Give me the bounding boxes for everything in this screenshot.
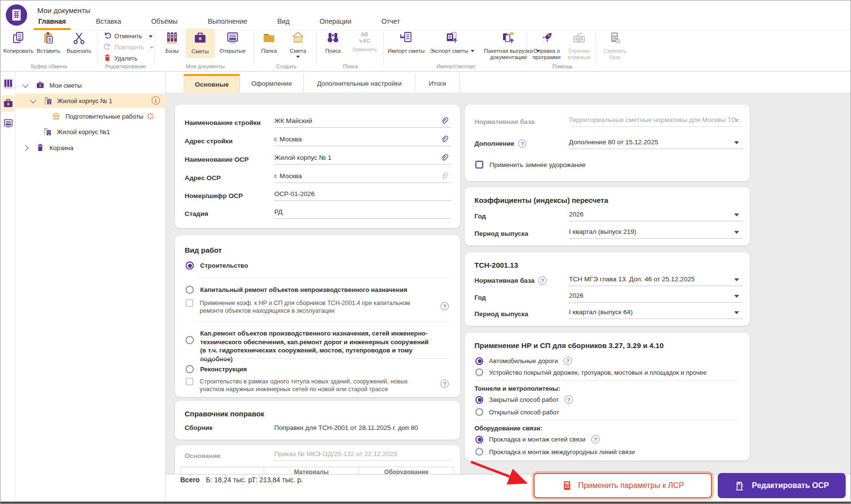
rail-bases-icon[interactable] — [2, 78, 14, 90]
estimates-button[interactable]: Сметы — [186, 29, 215, 58]
tree-item-residential-block-1b[interactable]: Жилой корпус №1 — [16, 124, 166, 139]
batch-export-button[interactable]: Пакетная выгрузка документации — [477, 31, 539, 61]
coeff-period-select[interactable]: I квартал (выпуск 219) — [569, 228, 743, 239]
ribbon-tab-glavnaya[interactable]: Главная — [37, 16, 67, 30]
osr-address-field[interactable]: г. Москва — [274, 172, 451, 183]
paste-button[interactable]: Вставить — [34, 31, 63, 54]
ribbon-tab-otchet[interactable]: Отчет — [380, 16, 401, 30]
ribbon-separator — [155, 31, 155, 66]
tsn-year-select[interactable]: 2026 — [569, 292, 743, 303]
chevron-down-icon[interactable] — [734, 141, 739, 144]
bases-button[interactable]: Базы — [159, 31, 185, 54]
search-button[interactable]: Поиск — [320, 31, 346, 54]
help-icon[interactable]: ? — [565, 396, 573, 404]
import-estimate-button[interactable]: Импорт сметы — [385, 31, 427, 54]
folder-button[interactable]: Папка — [256, 31, 282, 54]
group-label-impexp: Импорт/экспорт — [415, 63, 497, 69]
tree-item-preparatory-works[interactable]: Подготовительные работы — [16, 109, 166, 123]
chevron-down-icon[interactable] — [734, 278, 739, 281]
tree-item-trash[interactable]: Корзина — [16, 140, 166, 155]
roads-option-auto[interactable]: Автомобильные дороги ? — [475, 357, 740, 365]
info-icon[interactable]: i — [152, 96, 160, 105]
construction-address-field[interactable]: г. Москва — [274, 136, 451, 146]
radio-icon[interactable] — [475, 408, 483, 416]
work-type-option-capital-repair[interactable]: Капитальный ремонт объектов непроизводст… — [186, 286, 450, 294]
radio-icon[interactable] — [475, 448, 483, 456]
export-dropdown-caret[interactable] — [471, 50, 474, 52]
chevron-down-icon[interactable] — [22, 81, 29, 88]
comms-option-longdistance[interactable]: Прокладка и монтаж междугородных линий с… — [475, 448, 740, 456]
normative-base-select: Территориальные сметные нормативы для Мо… — [569, 116, 743, 127]
osr-number-field[interactable]: ОСР-01-2026 — [274, 190, 451, 201]
radio-selected-icon[interactable] — [475, 357, 483, 365]
radio-icon[interactable] — [186, 365, 194, 373]
winter-costs-checkbox-row[interactable]: Применить зимнее удорожание — [475, 161, 740, 168]
osr-name-field[interactable]: Жилой корпус № 1 — [274, 154, 451, 165]
tsn-base-select[interactable]: ТСН МГЭ глава 13. Доп. 46 от 25.12.2025 — [569, 275, 743, 286]
delete-button[interactable]: Удалить — [103, 54, 138, 63]
undo-dropdown-caret[interactable] — [149, 35, 153, 38]
radio-selected-icon[interactable] — [186, 261, 194, 270]
folder-icon — [262, 31, 276, 46]
undo-button[interactable]: Отменить — [103, 31, 153, 41]
paperclip-icon[interactable] — [441, 136, 448, 143]
construction-name-field[interactable]: ЖК Майский — [274, 117, 451, 128]
ribbon-tab-obyomy[interactable]: Объёмы — [150, 16, 179, 30]
in-progress-icon — [146, 112, 154, 120]
coeff-year-select[interactable]: 2026 — [569, 211, 743, 221]
tab-oformlenie[interactable]: Оформление — [240, 74, 304, 92]
ribbon-tab-vstavka[interactable]: Вставка — [95, 16, 122, 30]
export-estimate-button[interactable]: Экспорт сметы — [429, 31, 475, 54]
supplement-select[interactable]: Дополнение 80 от 15.12.2025 — [569, 138, 743, 149]
help-icon[interactable]: ? — [564, 357, 572, 365]
tab-dop-nastroyki[interactable]: Дополнительные настройки — [304, 74, 415, 92]
radio-icon[interactable] — [186, 336, 194, 344]
chevron-down-icon[interactable] — [734, 295, 739, 298]
tab-itogi[interactable]: Итоги — [415, 74, 460, 92]
radio-icon[interactable] — [475, 368, 483, 376]
help-icon[interactable]: ? — [441, 380, 449, 388]
about-button[interactable]: Справка о программе — [531, 31, 563, 61]
help-icon[interactable]: ? — [591, 435, 599, 443]
create-estimate-caret[interactable] — [296, 56, 300, 58]
radio-icon[interactable] — [186, 286, 194, 294]
rail-opened-icon[interactable] — [2, 118, 14, 129]
opened-button[interactable]: Открытые — [217, 31, 249, 54]
paperclip-icon[interactable] — [441, 154, 448, 162]
basis-field[interactable]: Приказ № МКЭ-ОД/25-132 от 22.12.2025 — [274, 450, 451, 461]
chevron-down-icon[interactable] — [30, 97, 36, 103]
tsn-period-select[interactable]: I квартал (выпуск 64) — [569, 308, 743, 319]
work-type-option-reconstruction[interactable]: Реконструкция — [186, 365, 450, 374]
paperclip-icon[interactable] — [441, 117, 448, 125]
tab-osnovnye[interactable]: Основные — [184, 74, 240, 92]
chevron-right-icon[interactable] — [22, 145, 29, 151]
tree-item-my-estimates[interactable]: Мои сметы — [16, 78, 166, 92]
create-estimate-button[interactable]: Смета — [285, 31, 311, 58]
chevron-down-icon[interactable] — [734, 214, 739, 216]
help-icon[interactable]: ? — [441, 302, 449, 310]
ribbon-tab-operacii[interactable]: Операции — [318, 16, 352, 30]
tunnels-option-closed[interactable]: Закрытый способ работ ? — [475, 396, 740, 404]
ribbon-tab-vypolnenie[interactable]: Выполнение — [207, 16, 248, 30]
divider — [474, 420, 739, 420]
tree-item-residential-block-1[interactable]: Жилой корпус № 1 i — [16, 93, 166, 108]
ribbon-tab-vid[interactable]: Вид — [276, 16, 290, 30]
copy-button[interactable]: Копировать — [4, 31, 32, 54]
chevron-down-icon[interactable] — [734, 231, 739, 234]
work-type-option-construction[interactable]: Строительство — [186, 261, 450, 270]
help-icon[interactable]: ? — [538, 276, 547, 285]
stage-field[interactable]: РД — [274, 208, 451, 219]
apply-parameters-button[interactable]: Применить параметры к ЛСР — [534, 473, 712, 498]
cut-button[interactable]: Вырезать — [64, 31, 94, 54]
checkbox-icon[interactable] — [475, 161, 483, 168]
chevron-down-icon[interactable] — [734, 311, 739, 314]
radio-selected-icon[interactable] — [475, 436, 483, 443]
comms-option-networks[interactable]: Прокладка и монтаж сетей связи ? — [475, 435, 740, 443]
redo-dropdown-caret — [150, 46, 154, 49]
rail-estimates-icon[interactable] — [2, 98, 14, 109]
roads-option-pavements[interactable]: Устройство покрытий дорожек, тротуаров, … — [475, 368, 740, 376]
edit-osr-button[interactable]: Редактировать ОСР — [718, 473, 846, 498]
help-icon[interactable]: ? — [518, 139, 526, 148]
radio-selected-icon[interactable] — [475, 396, 483, 404]
tunnels-option-open[interactable]: Открытый способ работ — [475, 408, 740, 416]
